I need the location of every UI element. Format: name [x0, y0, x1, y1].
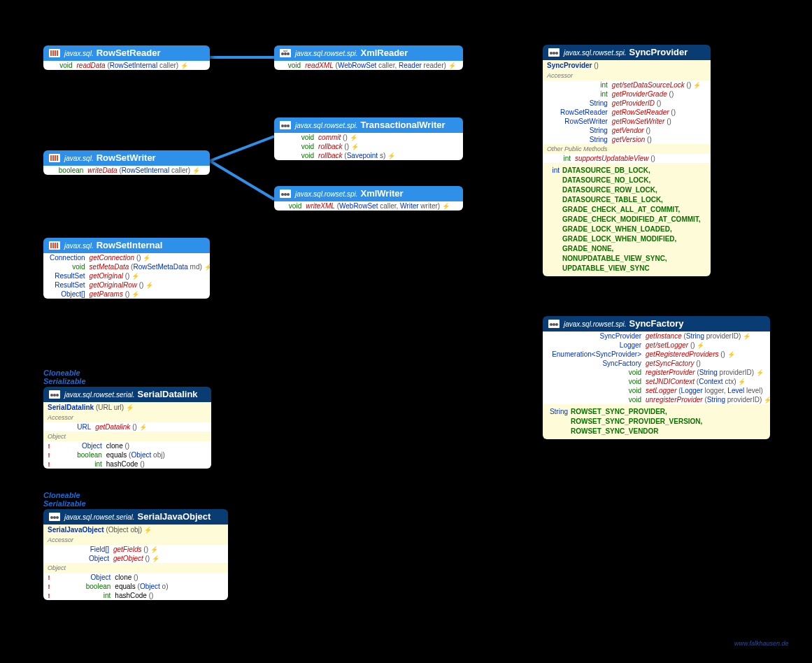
- member-row: voidwriteXML (WebRowSet caller, Writer w…: [274, 201, 463, 211]
- class-spi-icon: [548, 48, 560, 57]
- member-row: intget/setDataSourceLock () ⚡: [543, 80, 711, 90]
- svg-rect-29: [55, 243, 56, 248]
- svg-point-19: [281, 124, 284, 127]
- box-xmlwriter: javax.sql.rowset.spi.XmlWriter voidwrite…: [274, 186, 463, 211]
- member-row: StringgetVendor (): [543, 126, 711, 135]
- member-row: intsupportsUpdatableView (): [543, 154, 711, 163]
- svg-point-11: [287, 52, 290, 55]
- member-row: ResultSetgetOriginalRow () ⚡: [43, 280, 210, 290]
- svg-rect-6: [55, 50, 56, 56]
- member-row: voidunregisterProvider (String providerI…: [543, 395, 770, 404]
- interface-icon: [49, 241, 60, 250]
- box-transactionalwriter: javax.sql.rowset.spi.TransactionalWriter…: [274, 117, 463, 160]
- title-transactionalwriter: javax.sql.rowset.spi.TransactionalWriter: [274, 117, 463, 133]
- svg-rect-15: [52, 155, 54, 161]
- svg-line-1: [210, 136, 274, 161]
- svg-line-2: [210, 161, 274, 199]
- member-row: Loggerget/setLogger () ⚡: [543, 341, 770, 350]
- svg-point-36: [550, 323, 553, 326]
- title-rowsetwriter: javax.sql.RowSetWriter: [43, 150, 210, 166]
- svg-rect-27: [50, 243, 52, 248]
- class-name: XmlReader: [360, 48, 408, 58]
- svg-point-41: [53, 394, 56, 397]
- title-rowsetreader: javax.sql.RowSetReader: [43, 45, 210, 61]
- member-row: RowSetWritergetRowSetWriter (): [543, 117, 711, 126]
- interface-icon: [49, 49, 60, 57]
- box-syncfactory: javax.sql.rowset.spi.SyncFactory SyncPro…: [543, 316, 770, 439]
- members: voidreadData (RowSetInternal caller) ⚡: [43, 61, 210, 70]
- svg-point-38: [555, 323, 558, 326]
- box-syncprovider: javax.sql.rowset.spi.SyncProvider SyncPr…: [543, 45, 711, 276]
- class-icon: [49, 390, 60, 399]
- member-row: SyncFactorygetSyncFactory (): [543, 359, 770, 368]
- member-row: StringgetVersion (): [543, 135, 711, 144]
- svg-point-20: [284, 124, 287, 127]
- member-row: voidrollback () ⚡: [274, 142, 463, 151]
- svg-point-42: [56, 394, 59, 397]
- interface-icon: [49, 154, 60, 162]
- member-row: !Objectclone (): [43, 441, 211, 450]
- member-row: !booleanequals (Object o): [43, 582, 228, 591]
- member-row: !inthashCode (): [43, 591, 228, 600]
- svg-point-45: [53, 516, 56, 519]
- super-serialjavaobject: CloneableSerializable: [43, 491, 86, 508]
- svg-rect-16: [55, 155, 56, 161]
- title-syncfactory: javax.sql.rowset.spi.SyncFactory: [543, 316, 770, 332]
- title-xmlwriter: javax.sql.rowset.spi.XmlWriter: [274, 186, 463, 201]
- constructor: SerialJavaObject (Object obj) ⚡: [43, 525, 228, 535]
- member-row: ConnectiongetConnection () ⚡: [43, 253, 210, 262]
- member-row: Enumeration<SyncProvider>getRegisteredPr…: [543, 350, 770, 359]
- title-serialjavaobject: javax.sql.rowset.serial.SerialJavaObject: [43, 509, 228, 525]
- box-xmlreader: spi javax.sql.rowset.spi.XmlReader voidr…: [274, 45, 463, 70]
- member-row: SyncProvidergetInstance (String provider…: [543, 332, 770, 341]
- svg-text:spi: spi: [283, 49, 287, 52]
- svg-rect-30: [57, 243, 58, 248]
- svg-point-34: [555, 52, 558, 55]
- member-row: URLgetDatalink () ⚡: [43, 422, 211, 432]
- svg-rect-4: [50, 50, 52, 56]
- svg-point-40: [50, 394, 53, 397]
- svg-point-25: [287, 193, 290, 196]
- member-row: !inthashCode (): [43, 459, 211, 469]
- member-row: voidsetJNDIContext (Context ctx) ⚡: [543, 377, 770, 386]
- title-xmlreader: spi javax.sql.rowset.spi.XmlReader: [274, 45, 463, 61]
- svg-point-24: [284, 193, 287, 196]
- member-row: voidrollback (Savepoint s) ⚡: [274, 151, 463, 160]
- svg-point-33: [553, 52, 555, 55]
- svg-point-46: [56, 516, 59, 519]
- footer-link[interactable]: www.falkhausen.de: [734, 640, 789, 647]
- svg-point-37: [553, 323, 555, 326]
- svg-point-23: [281, 193, 284, 196]
- member-row: ResultSetgetOriginal () ⚡: [43, 271, 210, 280]
- constructor: SerialDatalink (URL url) ⚡: [43, 402, 211, 413]
- pkg: javax.sql.: [64, 50, 94, 57]
- svg-point-9: [281, 52, 284, 55]
- member-row: voidsetMetaData (RowSetMetaData md) ⚡: [43, 262, 210, 271]
- super-serialdatalink: CloneableSerializable: [43, 369, 86, 385]
- svg-rect-7: [57, 50, 58, 56]
- member-row: booleanwriteData (RowSetInternal caller)…: [43, 166, 210, 175]
- box-serialjavaobject: javax.sql.rowset.serial.SerialJavaObject…: [43, 509, 228, 600]
- member-row: voidregisterProvider (String providerID)…: [543, 368, 770, 377]
- constants: String ROWSET_SYNC_PROVIDER,ROWSET_SYNC_…: [543, 404, 770, 439]
- svg-point-10: [284, 52, 287, 55]
- member-row: Field[]getFields () ⚡: [43, 545, 228, 554]
- box-serialdatalink: javax.sql.rowset.serial.SerialDatalink S…: [43, 387, 211, 469]
- svg-point-21: [287, 124, 290, 127]
- member-row: StringgetProviderID (): [543, 99, 711, 108]
- member-row: ObjectgetObject () ⚡: [43, 554, 228, 563]
- interface-spi-icon: spi: [280, 49, 291, 57]
- title-serialdatalink: javax.sql.rowset.serial.SerialDatalink: [43, 387, 211, 402]
- svg-rect-28: [52, 243, 54, 248]
- constructor: SyncProvider (): [543, 60, 711, 71]
- pkg: javax.sql.rowset.spi.: [295, 50, 357, 57]
- member-row: intgetProviderGrade (): [543, 90, 711, 99]
- svg-rect-5: [52, 50, 54, 56]
- title-rowsetinternal: javax.sql.RowSetInternal: [43, 238, 210, 253]
- svg-rect-17: [57, 155, 58, 161]
- svg-point-32: [550, 52, 553, 55]
- interface-spi-icon: [280, 121, 291, 129]
- interface-spi-icon: [280, 190, 291, 198]
- class-icon: [49, 513, 60, 521]
- box-rowsetinternal: javax.sql.RowSetInternal ConnectiongetCo…: [43, 238, 210, 299]
